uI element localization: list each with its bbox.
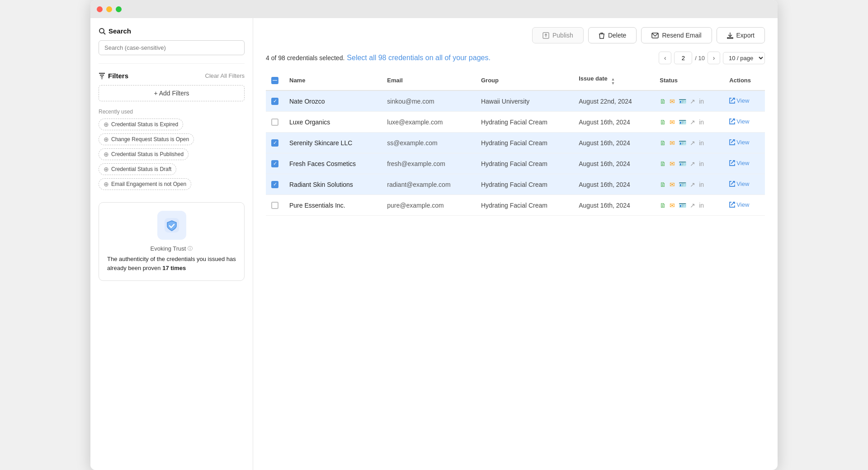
close-button[interactable] — [97, 6, 103, 12]
search-input[interactable] — [99, 40, 245, 55]
id-icon[interactable]: 🪪 — [679, 98, 686, 105]
info-icon[interactable]: ⓘ — [188, 245, 193, 252]
row-checkbox-cell[interactable] — [266, 90, 284, 112]
email-action-icon[interactable]: ✉ — [670, 181, 675, 188]
email-action-icon[interactable]: ✉ — [670, 202, 675, 209]
email-action-icon[interactable]: ✉ — [670, 98, 675, 105]
row-status: 🗎 ✉ 🪪 ↗ in — [654, 174, 724, 195]
table-row: Fresh Faces Cosmetics fresh@example.com … — [266, 153, 765, 174]
id-icon[interactable]: 🪪 — [679, 139, 686, 147]
row-checkbox[interactable] — [271, 202, 278, 209]
table-row: Serenity Skincare LLC ss@example.com Hyd… — [266, 133, 765, 153]
row-group: Hawaii University — [476, 90, 573, 112]
id-icon[interactable]: 🪪 — [679, 181, 686, 188]
row-status: 🗎 ✉ 🪪 ↗ in — [654, 90, 724, 112]
row-checkbox-cell[interactable] — [266, 153, 284, 174]
linkedin-icon[interactable]: in — [699, 139, 704, 147]
external-link-icon — [729, 139, 735, 145]
share-icon[interactable]: ↗ — [690, 119, 695, 126]
publish-button[interactable]: Publish — [532, 27, 584, 43]
col-header-name: Name — [284, 71, 382, 90]
row-checkbox[interactable] — [271, 119, 278, 126]
resend-email-button[interactable]: Resend Email — [641, 27, 712, 43]
shield-check-icon — [165, 218, 179, 233]
row-checkbox[interactable] — [271, 160, 278, 167]
per-page-select[interactable]: 10 / page 25 / page 50 / page — [723, 52, 765, 64]
share-icon[interactable]: ↗ — [690, 139, 695, 147]
email-action-icon[interactable]: ✉ — [670, 139, 675, 147]
maximize-button[interactable] — [116, 6, 122, 12]
table-row: Radiant Skin Solutions radiant@example.c… — [266, 174, 765, 195]
row-checkbox[interactable] — [271, 181, 278, 188]
add-filters-button[interactable]: + Add Filters — [99, 85, 245, 101]
linkedin-icon[interactable]: in — [699, 181, 704, 188]
row-name: Serenity Skincare LLC — [284, 133, 382, 153]
credential-icon[interactable]: 🗎 — [660, 119, 666, 126]
view-link[interactable]: View — [729, 139, 749, 146]
col-header-group: Group — [476, 71, 573, 90]
row-email: fresh@example.com — [382, 153, 476, 174]
credential-icon[interactable]: 🗎 — [660, 160, 666, 167]
filter-chip-published[interactable]: ⊕ Credential Status is Published — [99, 148, 189, 160]
prev-page-button[interactable]: ‹ — [659, 52, 671, 64]
chip-plus-icon-not-open: ⊕ — [104, 180, 109, 188]
chip-label-published: Credential Status is Published — [111, 151, 184, 157]
main-content: Publish Delete Resend Email — [253, 18, 778, 470]
select-all-checkbox[interactable] — [271, 77, 278, 84]
share-icon[interactable]: ↗ — [690, 181, 695, 188]
table-row: Nate Orozco sinkou@me.com Hawaii Univers… — [266, 90, 765, 112]
chip-label-open: Change Request Status is Open — [111, 136, 189, 142]
col-header-issue-date[interactable]: Issue date ▲▼ — [573, 71, 654, 90]
row-checkbox[interactable] — [271, 98, 278, 105]
email-action-icon[interactable]: ✉ — [670, 119, 675, 126]
row-checkbox-cell[interactable] — [266, 112, 284, 133]
share-icon[interactable]: ↗ — [690, 98, 695, 105]
filter-chip-expired[interactable]: ⊕ Credential Status is Expired — [99, 119, 183, 130]
id-icon[interactable]: 🪪 — [679, 202, 686, 209]
row-date: August 16th, 2024 — [573, 153, 654, 174]
id-icon[interactable]: 🪪 — [679, 119, 686, 126]
external-link-icon — [729, 181, 735, 187]
clear-all-button[interactable]: Clear All Filters — [205, 72, 245, 79]
next-page-button[interactable]: › — [708, 52, 720, 64]
view-link[interactable]: View — [729, 201, 749, 208]
linkedin-icon[interactable]: in — [699, 98, 704, 105]
page-number-input[interactable] — [674, 52, 692, 64]
row-actions: View — [724, 90, 765, 112]
divider-1 — [99, 63, 245, 64]
linkedin-icon[interactable]: in — [699, 119, 704, 126]
row-checkbox-cell[interactable] — [266, 174, 284, 195]
filter-chip-not-open[interactable]: ⊕ Email Engagement is not Open — [99, 178, 191, 190]
id-icon[interactable]: 🪪 — [679, 160, 686, 167]
delete-button[interactable]: Delete — [588, 27, 637, 43]
share-icon[interactable]: ↗ — [690, 160, 695, 167]
linkedin-icon[interactable]: in — [699, 202, 704, 209]
delete-icon — [599, 32, 605, 39]
view-link[interactable]: View — [729, 180, 749, 187]
row-checkbox-cell[interactable] — [266, 195, 284, 216]
row-checkbox-cell[interactable] — [266, 133, 284, 153]
linkedin-icon[interactable]: in — [699, 160, 704, 167]
credential-icon[interactable]: 🗎 — [660, 181, 666, 188]
row-status: 🗎 ✉ 🪪 ↗ in — [654, 153, 724, 174]
filter-chip-open[interactable]: ⊕ Change Request Status is Open — [99, 133, 194, 145]
export-button[interactable]: Export — [717, 27, 765, 43]
credential-icon[interactable]: 🗎 — [660, 139, 666, 147]
filter-icon — [99, 72, 105, 79]
select-all-header[interactable] — [266, 71, 284, 90]
view-link[interactable]: View — [729, 97, 749, 104]
view-link[interactable]: View — [729, 118, 749, 125]
filter-chip-draft[interactable]: ⊕ Credential Status is Draft — [99, 163, 176, 175]
select-all-link[interactable]: Select all 98 credentials on all of your… — [347, 54, 491, 62]
row-date: August 16th, 2024 — [573, 195, 654, 216]
promo-icon-wrap — [157, 211, 186, 240]
email-action-icon[interactable]: ✉ — [670, 160, 675, 167]
share-icon[interactable]: ↗ — [690, 202, 695, 209]
minimize-button[interactable] — [106, 6, 112, 12]
credential-icon[interactable]: 🗎 — [660, 202, 666, 209]
credential-icon[interactable]: 🗎 — [660, 98, 666, 105]
row-name: Nate Orozco — [284, 90, 382, 112]
row-checkbox[interactable] — [271, 139, 278, 147]
view-link[interactable]: View — [729, 160, 749, 166]
chip-plus-icon-open: ⊕ — [104, 136, 109, 143]
